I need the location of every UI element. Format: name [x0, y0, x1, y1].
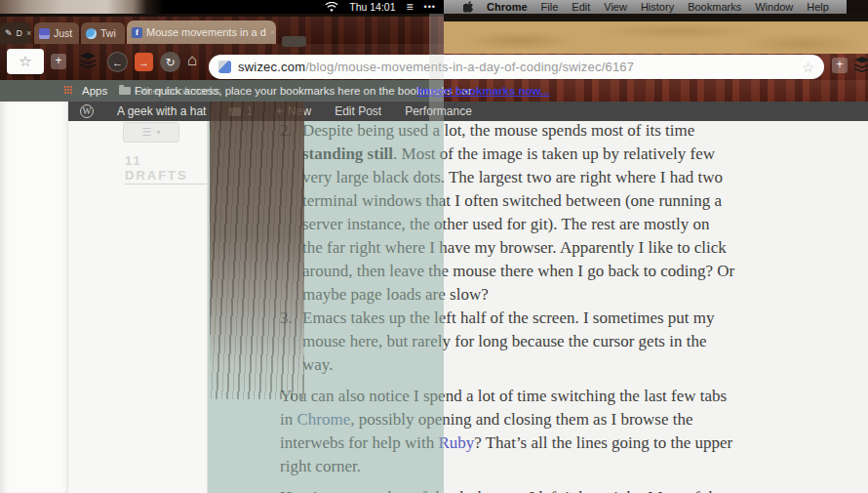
ordered-list-item: 3.Emacs takes up the left half of the sc… [280, 307, 787, 377]
article-line: interwebs for help with Ruby? That’s all… [280, 431, 787, 455]
reload-button[interactable]: ↻ [160, 52, 180, 72]
edit-post-menu[interactable]: Edit Post [323, 102, 393, 121]
notification-list-icon[interactable]: ≡ [407, 2, 414, 12]
paragraph: Here’s a screenshot of the desktop as I … [280, 486, 787, 493]
link-ruby[interactable]: Ruby [438, 433, 474, 452]
comment-count: 1 [246, 104, 253, 118]
comments-menu[interactable]: 1 [217, 102, 264, 121]
back-button[interactable]: ← [107, 52, 128, 72]
menubar-clock[interactable]: Thu 14:01 [349, 1, 395, 13]
macos-menubar: Chrome File Edit View History Bookmarks … [444, 0, 868, 14]
article-line: right corner. [280, 455, 787, 478]
comment-bubble-icon [229, 107, 241, 116]
tab-justin[interactable]: Just [34, 22, 79, 44]
tab-label: Mouse movements in a d [146, 26, 266, 38]
article-line: terminal windows that I often switched b… [302, 189, 787, 213]
forward-icon: → [138, 57, 149, 68]
article-line: You can also notice I spend a lot of tim… [280, 385, 787, 408]
avatar-favicon [39, 28, 50, 39]
reload-icon: ↻ [165, 56, 175, 69]
plus-icon: + [836, 58, 843, 71]
article-line: the far right where I have my browser. A… [302, 236, 787, 260]
ordered-list-item: 2.Despite being used a lot, the mouse sp… [280, 119, 787, 307]
menu-view[interactable]: View [604, 1, 627, 13]
menu-help[interactable]: Help [807, 1, 829, 13]
theme-parchment-texture [444, 21, 868, 54]
article-line: mouse here, but rarely for long because … [302, 330, 787, 353]
tab-label: Twi [100, 27, 116, 39]
window-top-edge [444, 14, 868, 21]
article-line: standing still. Most of the image is tak… [302, 143, 787, 166]
menu-app-name[interactable]: Chrome [487, 1, 528, 13]
macos-menubar-overlay: Thu 14:01 ≡ ••• [0, 0, 444, 14]
address-bar[interactable]: swizec.com/blog/mouse-movements-in-a-day… [209, 55, 824, 79]
article-line: way. [302, 353, 787, 377]
list-number: 2. [280, 119, 293, 143]
wp-admin-bar: W A geek with a hat 1 + New Edit Post Pe… [68, 102, 868, 121]
hamburger-icon: ☰ [142, 126, 152, 139]
menu-file[interactable]: File [541, 1, 559, 13]
blog-post-body: 2.Despite being used a lot, the mouse sp… [280, 119, 787, 493]
screen: Thu 14:01 ≡ ••• Chrome File Edit View Hi… [0, 0, 868, 493]
bold-text: standing still [302, 144, 393, 163]
home-button[interactable]: ⌂ [187, 51, 197, 70]
article-line: Emacs takes up the left half of the scre… [302, 307, 787, 330]
folder-icon [119, 87, 131, 95]
list-number: 3. [280, 307, 293, 330]
blog-favicon: f [132, 27, 142, 38]
tab-active-mouse-movements[interactable]: f Mouse movements in a d × [127, 21, 276, 44]
star-icon[interactable]: ☆ [802, 60, 814, 75]
new-tab-button-ghost[interactable]: + [832, 58, 848, 73]
article-line: Despite being used a lot, the mouse spen… [302, 119, 787, 143]
tab-close-icon[interactable]: × [26, 28, 31, 38]
plus-icon: + [276, 104, 283, 118]
back-icon: ← [112, 57, 123, 68]
wifi-icon[interactable] [325, 2, 338, 13]
more-icon[interactable]: ••• [424, 2, 436, 12]
tab-twitter[interactable]: Twi [81, 22, 125, 44]
tab-label: Just [54, 27, 72, 39]
link-chrome[interactable]: Chrome [296, 410, 350, 429]
tab-label: D [17, 28, 23, 38]
star-icon: ☆ [19, 53, 31, 70]
apps-shortcut[interactable]: Apps [82, 85, 107, 97]
article-line: maybe page loads are slow? [302, 283, 787, 307]
menu-edit[interactable]: Edit [572, 1, 590, 13]
apple-menu-icon[interactable] [463, 1, 473, 13]
article-line: around, then leave the mouse there when … [302, 260, 787, 283]
site-name-menu[interactable]: A geek with a hat [105, 102, 217, 121]
pencil-icon: ✎ [5, 28, 13, 38]
url-path: /blog/mouse-movements-in-a-day-of-coding… [305, 60, 634, 74]
chevron-down-icon: ▾ [156, 128, 160, 137]
menu-toggle-button[interactable]: ☰ ▾ [123, 122, 179, 143]
article-line: in Chrome, possibly opening and closing … [280, 408, 787, 431]
stacked-tabs-icon[interactable] [79, 53, 97, 68]
drafts-link[interactable]: 11 DRAFTS [125, 153, 207, 185]
page-content: ☰ ▾ 11 DRAFTS 2.Despite being used a lot… [0, 121, 868, 493]
wp-logo-menu[interactable]: W [68, 102, 105, 121]
stacked-tabs-icon[interactable] [853, 57, 868, 72]
article-line: very large black dots. The largest two a… [302, 166, 787, 189]
site-favicon [218, 61, 231, 73]
article-line: Here’s a screenshot of the desktop as I … [280, 486, 787, 493]
twitter-favicon [86, 28, 97, 39]
forward-button[interactable]: → [135, 53, 153, 71]
blog-sidebar: ☰ ▾ 11 DRAFTS [68, 121, 208, 493]
tab-close-icon[interactable]: × [270, 27, 275, 37]
performance-menu[interactable]: Performance [393, 102, 484, 121]
blended-window-artifact [282, 36, 306, 47]
menu-window[interactable]: Window [755, 1, 793, 13]
tab-edit[interactable]: ✎ D × [0, 22, 31, 44]
plus-icon: + [55, 54, 61, 67]
menu-history[interactable]: History [641, 1, 674, 13]
new-tab-button[interactable]: + [51, 54, 66, 69]
apps-grid-icon[interactable] [64, 86, 66, 88]
import-bookmarks-link[interactable]: Import bookmarks now... [417, 85, 550, 97]
article-line: server instance, the other used for git)… [302, 213, 787, 236]
bookmark-star-button[interactable]: ☆ [7, 49, 44, 74]
wordpress-logo-icon: W [80, 104, 94, 118]
new-content-menu[interactable]: + New [264, 102, 323, 121]
url-host: swizec.com [238, 60, 305, 74]
menu-bookmarks[interactable]: Bookmarks [688, 1, 741, 13]
paragraph: You can also notice I spend a lot of tim… [280, 385, 787, 478]
